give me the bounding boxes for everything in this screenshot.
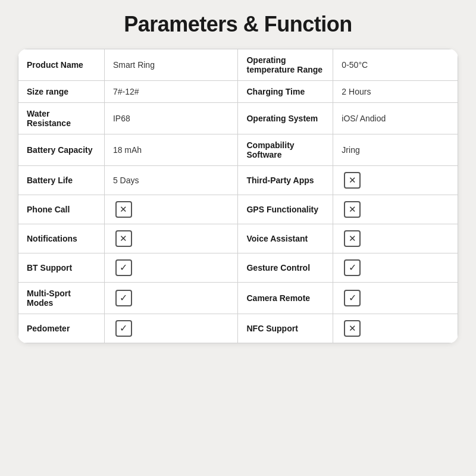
x-icon bbox=[115, 201, 132, 218]
left-value-5 bbox=[104, 195, 238, 224]
left-value-3: 18 mAh bbox=[104, 134, 238, 166]
check-icon bbox=[344, 259, 361, 276]
right-label-5: GPS Functionality bbox=[238, 195, 333, 224]
right-label-7: Gesture Control bbox=[238, 253, 333, 283]
table-container: Product NameSmart RingOperating temperat… bbox=[18, 49, 458, 343]
x-icon bbox=[344, 201, 361, 218]
right-label-4: Third-Party Apps bbox=[238, 166, 333, 195]
left-value-1: 7#-12# bbox=[104, 81, 238, 103]
left-label-3: Battery Capacity bbox=[18, 134, 105, 166]
left-label-5: Phone Call bbox=[18, 195, 105, 224]
table-row: PedometerNFC Support bbox=[18, 314, 458, 343]
right-label-6: Voice Assistant bbox=[238, 224, 333, 253]
right-label-9: NFC Support bbox=[238, 314, 333, 343]
right-label-1: Charging Time bbox=[238, 81, 333, 103]
right-value-4 bbox=[333, 166, 458, 195]
left-value-4: 5 Days bbox=[104, 166, 238, 195]
right-label-3: Compability Software bbox=[238, 134, 333, 166]
left-label-8: Multi-Sport Modes bbox=[18, 283, 105, 314]
page-title: Parameters & Function bbox=[124, 12, 352, 37]
table-row: Size range7#-12#Charging Time2 Hours bbox=[18, 81, 458, 103]
right-value-6 bbox=[333, 224, 458, 253]
x-icon bbox=[115, 230, 132, 247]
right-value-5 bbox=[333, 195, 458, 224]
table-row: Product NameSmart RingOperating temperat… bbox=[18, 49, 458, 81]
left-value-6 bbox=[104, 224, 238, 253]
right-label-0: Operating temperature Range bbox=[238, 49, 333, 81]
x-icon bbox=[344, 230, 361, 247]
table-row: Battery Life5 DaysThird-Party Apps bbox=[18, 166, 458, 195]
right-label-8: Camera Remote bbox=[238, 283, 333, 314]
left-label-6: Notifications bbox=[18, 224, 105, 253]
check-icon bbox=[115, 320, 132, 337]
check-icon bbox=[344, 290, 361, 306]
table-row: BT SupportGesture Control bbox=[18, 253, 458, 283]
left-label-0: Product Name bbox=[18, 49, 105, 81]
left-label-2: Water Resistance bbox=[18, 103, 105, 134]
table-row: Multi-Sport ModesCamera Remote bbox=[18, 283, 458, 314]
right-value-1: 2 Hours bbox=[333, 81, 458, 103]
left-value-7 bbox=[104, 253, 238, 283]
left-label-7: BT Support bbox=[18, 253, 105, 283]
table-row: Phone CallGPS Functionality bbox=[18, 195, 458, 224]
left-value-9 bbox=[104, 314, 238, 343]
x-icon bbox=[344, 320, 361, 337]
left-value-2: IP68 bbox=[104, 103, 238, 134]
x-icon bbox=[344, 172, 361, 189]
left-label-9: Pedometer bbox=[18, 314, 105, 343]
check-icon bbox=[115, 290, 132, 306]
left-value-8 bbox=[104, 283, 238, 314]
left-label-4: Battery Life bbox=[18, 166, 105, 195]
table-row: Water ResistanceIP68Operating SystemiOS/… bbox=[18, 103, 458, 134]
left-value-0: Smart Ring bbox=[104, 49, 238, 81]
left-label-1: Size range bbox=[18, 81, 105, 103]
right-value-2: iOS/ Andiod bbox=[333, 103, 458, 134]
right-value-7 bbox=[333, 253, 458, 283]
right-value-8 bbox=[333, 283, 458, 314]
check-icon bbox=[115, 259, 132, 276]
table-row: Battery Capacity18 mAhCompability Softwa… bbox=[18, 134, 458, 166]
right-value-0: 0-50°C bbox=[333, 49, 458, 81]
right-label-2: Operating System bbox=[238, 103, 333, 134]
parameters-table: Product NameSmart RingOperating temperat… bbox=[18, 49, 458, 343]
table-row: NotificationsVoice Assistant bbox=[18, 224, 458, 253]
right-value-9 bbox=[333, 314, 458, 343]
right-value-3: Jring bbox=[333, 134, 458, 166]
